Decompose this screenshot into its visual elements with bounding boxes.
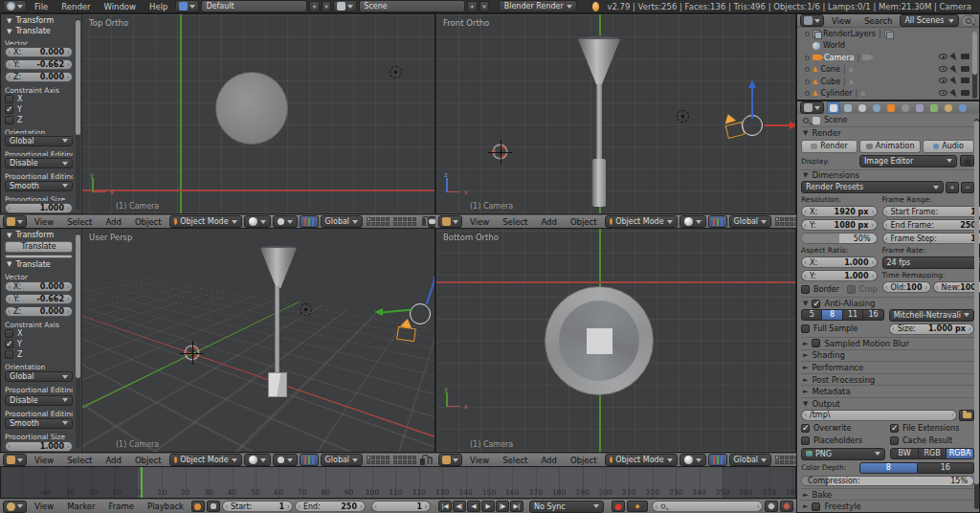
use-preview-range-button[interactable] (191, 501, 205, 512)
constraint-y-checkbox[interactable]: Y (5, 105, 73, 114)
layer-toggle[interactable] (775, 222, 779, 226)
tab-physics[interactable] (956, 101, 969, 114)
close-scene-button[interactable]: × (479, 1, 490, 12)
aa-samples-11[interactable]: 11 (843, 309, 863, 321)
mode-select[interactable]: Object Mode (605, 454, 678, 466)
renderability-toggle-icon[interactable] (961, 78, 969, 83)
layer-toggle[interactable] (780, 456, 784, 459)
viewport-top-ortho[interactable]: Top Ortho x y (1) Camera ▼Transform ▼Tra… (0, 13, 435, 214)
shelf-panel-translate[interactable]: ▼Translate (5, 260, 73, 269)
manipulator-center[interactable] (410, 303, 431, 324)
layer-toggle[interactable] (367, 456, 370, 459)
remap-new-field[interactable]: New:100 (933, 281, 980, 293)
screen-layout-icon-button[interactable] (175, 0, 199, 12)
editor-type-button[interactable] (3, 454, 27, 466)
color-mode-rgba[interactable]: RGBA (947, 448, 974, 459)
snap-magnet-icon[interactable] (427, 457, 433, 464)
menu-file[interactable]: File (29, 2, 54, 11)
display-select[interactable]: Image Editor (859, 155, 957, 167)
shelf-panel-translate[interactable]: ▼Translate (5, 27, 73, 35)
constraint-x-checkbox[interactable]: X (5, 329, 73, 338)
layer-toggle[interactable] (403, 456, 407, 459)
vector-z-field[interactable]: Z:0.000 (5, 306, 73, 317)
add-preset-button[interactable]: + (946, 182, 959, 193)
delete-keyframe-button[interactable] (780, 501, 793, 512)
panel-output[interactable]: ▼Output (801, 397, 974, 410)
menu-search[interactable]: Search (858, 16, 898, 26)
start-frame-field[interactable]: Start:1 (222, 501, 293, 512)
layer-toggle[interactable] (398, 217, 402, 221)
x-axis-manipulator[interactable] (765, 124, 791, 126)
current-frame-field[interactable]: 1 (371, 501, 431, 512)
insert-keyframe-button[interactable] (765, 501, 778, 512)
layer-toggle[interactable] (790, 456, 793, 459)
layer-toggle[interactable] (381, 456, 385, 459)
remove-preset-button[interactable]: − (961, 182, 974, 193)
layer-toggle[interactable] (412, 456, 416, 459)
layer-toggle[interactable] (367, 222, 370, 226)
tab-render[interactable] (827, 101, 840, 114)
menu-object[interactable]: Object (129, 456, 167, 465)
selectability-toggle-icon[interactable] (949, 53, 959, 62)
lamp-object[interactable] (677, 110, 689, 123)
panel-sampled-motion-blur[interactable]: ►Sampled Motion Blur (801, 337, 974, 349)
shelf-scrollbar[interactable] (76, 18, 80, 210)
play-button[interactable]: ▶ (481, 501, 495, 512)
layer-toggle[interactable] (775, 460, 779, 464)
prev-keyframe-button[interactable]: ◀| (453, 501, 466, 512)
editor-type-button[interactable] (800, 14, 824, 27)
menu-add[interactable]: Add (100, 217, 126, 227)
tab-constraints[interactable] (899, 101, 912, 114)
layer-toggle[interactable] (775, 217, 779, 221)
mode-select[interactable]: Object Mode (169, 454, 242, 466)
outliner-item-renderlayers[interactable]: RenderLayers | (797, 28, 979, 40)
lock-icon[interactable] (420, 458, 425, 465)
viewport-front-ortho[interactable]: Front Ortho x z (1) Camera (435, 13, 796, 214)
layer-toggle[interactable] (393, 222, 397, 226)
menu-select[interactable]: Select (497, 217, 533, 227)
shelf-scrollbar[interactable] (76, 233, 80, 448)
proportional-editing-select[interactable]: Disable (5, 395, 73, 406)
transform-orientation-select[interactable]: Global (321, 215, 364, 228)
editor-type-button[interactable] (800, 101, 824, 114)
layer-toggle[interactable] (381, 217, 385, 221)
motion-blur-checkbox[interactable] (812, 339, 820, 347)
aa-size-field[interactable]: Size:1.000 px (889, 323, 974, 335)
panel-dimensions[interactable]: ▼Dimensions (801, 169, 974, 182)
proportional-editing-select[interactable]: Disable (5, 158, 73, 168)
pivot-select[interactable] (273, 215, 298, 228)
aa-filter-select[interactable]: Mitchell-Netravali (889, 309, 974, 322)
menu-frame[interactable]: Frame (103, 502, 140, 511)
next-keyframe-button[interactable]: |▶ (496, 501, 509, 512)
end-frame-field[interactable]: End Frame:250 (882, 219, 980, 231)
search-input[interactable] (961, 15, 976, 27)
scene-icon-button[interactable] (333, 0, 357, 12)
layer-toggle[interactable] (412, 222, 416, 226)
menu-add[interactable]: Add (535, 217, 562, 227)
file-format-select[interactable]: PNG (801, 448, 885, 460)
menu-view[interactable]: View (29, 502, 59, 511)
keying-set-field[interactable] (652, 501, 763, 512)
viewport-user-persp[interactable]: User Persp (1) Camera ▼Transform Transla… (0, 228, 435, 453)
viewport-shading-select[interactable] (679, 215, 706, 228)
menu-add[interactable]: Add (535, 456, 562, 465)
funnel-stem[interactable] (596, 84, 602, 161)
selectability-toggle-icon[interactable] (949, 65, 959, 75)
selectability-toggle-icon[interactable] (949, 89, 959, 99)
layer-toggle[interactable] (393, 460, 397, 464)
record-button[interactable]: ● (612, 501, 625, 512)
layer-toggle[interactable] (393, 217, 397, 221)
funnel-stem[interactable] (275, 286, 279, 374)
proportional-size-field[interactable]: 1.000 (5, 441, 73, 452)
menu-help[interactable]: Help (144, 2, 173, 11)
remap-old-field[interactable]: Old:100 (882, 281, 931, 293)
browse-output-button[interactable] (959, 410, 974, 421)
panel-anti-aliasing[interactable]: ▼Anti-Aliasing (801, 297, 974, 309)
editor-type-button[interactable] (438, 454, 462, 466)
sync-mode-select[interactable]: No Sync (529, 501, 604, 513)
compression-slider[interactable]: Compression:15% (801, 476, 974, 486)
constraint-y-checkbox[interactable]: Y (5, 340, 73, 348)
layer-toggle[interactable] (408, 460, 412, 464)
end-frame-field[interactable]: End:250 (295, 501, 366, 512)
jump-to-start-button[interactable]: |◀ (438, 501, 452, 512)
